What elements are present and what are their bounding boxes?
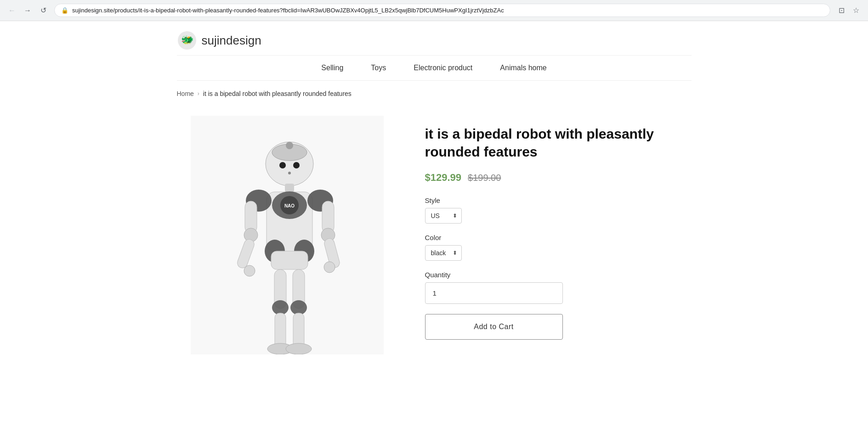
svg-text:🐲: 🐲 — [181, 34, 193, 46]
svg-point-8 — [288, 172, 291, 174]
original-price: $199.00 — [468, 173, 501, 183]
color-option-group: Color black white silver ⬍ — [425, 234, 692, 261]
brand-name: sujindesign — [202, 34, 261, 48]
lock-icon: 🔒 — [61, 7, 68, 14]
site-header: 🐲 sujindesign — [177, 21, 692, 56]
svg-rect-9 — [285, 184, 294, 192]
style-option-group: Style US EU UK ⬍ — [425, 196, 692, 224]
reload-icon: ↺ — [40, 6, 46, 15]
svg-point-26 — [272, 300, 289, 315]
svg-point-30 — [290, 300, 307, 315]
price-container: $129.99 $199.00 — [425, 172, 692, 184]
quantity-option-group: Quantity — [425, 271, 692, 304]
breadcrumb-separator: › — [198, 90, 199, 97]
quantity-input[interactable] — [425, 282, 563, 304]
svg-point-6 — [279, 162, 286, 168]
browser-chrome: ← → ↺ 🔒 sujindesign.site/products/it-is-… — [0, 0, 868, 21]
svg-point-5 — [286, 142, 293, 149]
quantity-label: Quantity — [425, 271, 692, 279]
breadcrumb: Home › it is a bipedal robot with pleasa… — [177, 81, 692, 106]
forward-icon: → — [24, 6, 31, 15]
breadcrumb-current: it is a bipedal robot with pleasantly ro… — [203, 90, 352, 97]
product-details: it is a bipedal robot with pleasantly ro… — [425, 116, 692, 354]
bookmark-icon: ☆ — [853, 6, 859, 15]
robot-illustration: NAO — [191, 116, 384, 354]
sale-price: $129.99 — [425, 172, 462, 184]
svg-point-33 — [244, 265, 255, 276]
address-bar[interactable]: 🔒 sujindesign.site/products/it-is-a-bipe… — [54, 4, 830, 17]
logo-svg: 🐲 — [177, 30, 197, 50]
svg-point-32 — [286, 343, 312, 354]
bookmark-button[interactable]: ☆ — [850, 4, 862, 17]
product-title: it is a bipedal robot with pleasantly ro… — [425, 125, 692, 161]
breadcrumb-home-link[interactable]: Home — [177, 90, 194, 97]
page-content: 🐲 sujindesign Selling Toys Electronic pr… — [159, 21, 710, 382]
svg-point-34 — [324, 262, 335, 273]
brand-logo[interactable]: 🐲 sujindesign — [177, 30, 692, 50]
nav-list: Selling Toys Electronic product Animals … — [177, 64, 692, 72]
color-label: Color — [425, 234, 692, 241]
nav-item-toys: Toys — [371, 64, 386, 72]
color-select[interactable]: black white silver — [425, 245, 462, 261]
nav-item-selling: Selling — [321, 64, 343, 72]
reload-button[interactable]: ↺ — [37, 4, 50, 17]
svg-point-7 — [293, 162, 300, 168]
nav-link-animals[interactable]: Animals home — [500, 64, 546, 72]
style-label: Style — [425, 196, 692, 204]
url-text: sujindesign.site/products/it-is-a-bipeda… — [72, 7, 823, 14]
svg-rect-24 — [271, 251, 308, 269]
style-select-wrapper: US EU UK ⬍ — [425, 208, 462, 224]
style-select[interactable]: US EU UK — [425, 208, 462, 224]
nav-item-electronic: Electronic product — [414, 64, 472, 72]
nav-item-animals: Animals home — [500, 64, 546, 72]
nav-link-toys[interactable]: Toys — [371, 64, 386, 72]
nav-link-selling[interactable]: Selling — [321, 64, 343, 72]
cast-icon: ⊡ — [839, 6, 845, 15]
svg-text:NAO: NAO — [284, 203, 294, 208]
color-select-wrapper: black white silver ⬍ — [425, 245, 462, 261]
browser-nav-buttons: ← → ↺ — [6, 4, 50, 17]
browser-actions: ⊡ ☆ — [835, 4, 862, 17]
forward-button[interactable]: → — [21, 4, 34, 17]
site-nav: Selling Toys Electronic product Animals … — [177, 56, 692, 81]
nav-link-electronic[interactable]: Electronic product — [414, 64, 472, 72]
add-to-cart-button[interactable]: Add to Cart — [425, 314, 563, 340]
product-image-container: NAO — [177, 116, 397, 354]
product-section: NAO — [177, 106, 692, 382]
product-image: NAO — [191, 116, 384, 354]
cast-button[interactable]: ⊡ — [835, 4, 848, 17]
back-button[interactable]: ← — [6, 4, 18, 17]
back-icon: ← — [8, 6, 16, 15]
